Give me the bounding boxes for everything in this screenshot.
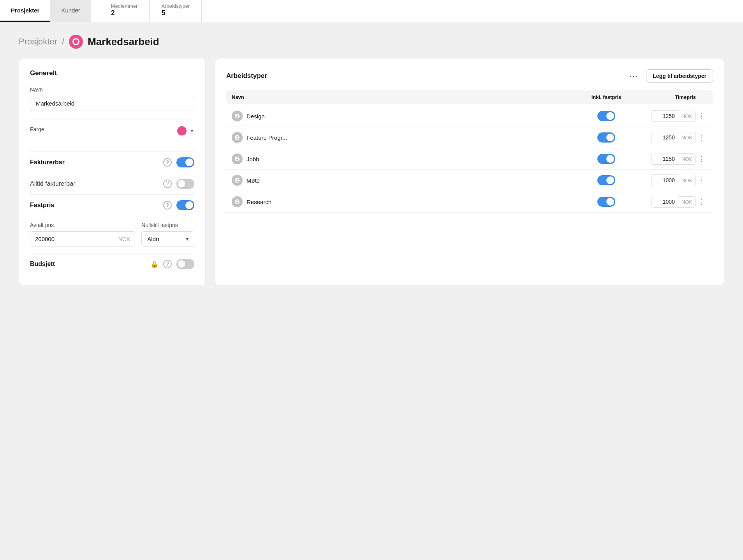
price-currency-research: NOK: [678, 196, 696, 208]
project-icon-inner: [72, 38, 79, 45]
price-cell-design: NOK: [634, 110, 696, 122]
header-actions: ··· Legg til arbeidstyper: [627, 69, 713, 83]
table-header: Navn Inkl. fastpris Timepris: [226, 90, 713, 104]
work-row-research: Research NOK ⋮: [226, 191, 713, 213]
nullstill-select-wrapper: Aldri Månedlig Ukentlig ▼: [141, 231, 194, 247]
work-row-jobb: Jobb NOK ⋮: [226, 148, 713, 170]
left-panel: Generelt Navn Farge ▼ Fakturerbar ?: [19, 58, 206, 286]
price-currency-design: NOK: [678, 111, 696, 122]
budsjett-label: Budsjett: [30, 261, 55, 268]
toggle-cell-jobb: [579, 154, 634, 164]
nullstill-group: Nullstill fastpris Aldri Månedlig Ukentl…: [141, 222, 194, 247]
work-types-list: Design NOK ⋮ Feature Progr...: [226, 106, 713, 213]
more-options-button[interactable]: ···: [627, 70, 642, 82]
color-row: Farge ▼: [30, 120, 194, 142]
work-toggle-design[interactable]: [597, 111, 615, 121]
toggle-cell-feature: [579, 132, 634, 143]
stat-group: Medlemmer 2 Arbeidstyper 5: [99, 0, 202, 22]
work-toggle-research[interactable]: [597, 197, 615, 207]
price-row: Avtalt pris NOK Nullstill fastpris Aldri…: [30, 222, 194, 247]
top-nav: Prosjekter Kunder Medlemmer 2 Arbeidstyp…: [0, 0, 743, 22]
work-name-label-jobb: Jobb: [246, 156, 259, 162]
row-more-button-feature[interactable]: ⋮: [696, 133, 708, 142]
fastpris-toggle[interactable]: [176, 200, 194, 210]
color-dot: [177, 126, 187, 136]
work-name-cell-feature: Feature Progr...: [232, 132, 579, 143]
stat-members-value: 2: [111, 9, 138, 17]
price-input-jobb[interactable]: [651, 153, 678, 165]
budsjett-toggle[interactable]: [176, 259, 194, 269]
lock-icon: 🔒: [151, 261, 158, 268]
stat-members-label: Medlemmer: [111, 3, 138, 9]
work-row-feature: Feature Progr... NOK ⋮: [226, 127, 713, 148]
color-picker-button[interactable]: ▼: [177, 126, 194, 136]
alltid-label: Alltid fakturerbar: [30, 180, 76, 187]
alltid-controls: ?: [163, 179, 194, 189]
work-name-cell-jobb: Jobb: [232, 153, 579, 164]
work-toggle-feature[interactable]: [597, 132, 615, 143]
work-toggle-jobb[interactable]: [597, 154, 615, 164]
fastpris-label: Fastpris: [30, 202, 54, 209]
main-content: Generelt Navn Farge ▼ Fakturerbar ?: [0, 58, 743, 305]
name-input[interactable]: [30, 96, 194, 111]
row-more-button-research[interactable]: ⋮: [696, 197, 708, 206]
price-cell-jobb: NOK: [634, 153, 696, 165]
budsjett-controls: 🔒 ?: [151, 259, 194, 269]
avtalt-currency: NOK: [114, 232, 135, 246]
fastpris-controls: ?: [163, 200, 194, 210]
fakturerbar-help-icon[interactable]: ?: [163, 158, 172, 167]
name-group: Navn: [30, 86, 194, 111]
add-worktype-button[interactable]: Legg til arbeidstyper: [646, 69, 713, 83]
work-type-icon-design: [232, 111, 243, 122]
breadcrumb-parent[interactable]: Prosjekter: [19, 37, 57, 47]
price-input-feature[interactable]: [651, 132, 678, 143]
chevron-down-icon: ▼: [190, 128, 194, 134]
price-input-mote[interactable]: [651, 174, 678, 186]
work-toggle-mote[interactable]: [597, 175, 615, 185]
work-type-icon-mote: [232, 175, 243, 186]
price-input-research[interactable]: [651, 196, 678, 208]
alltid-toggle[interactable]: [176, 179, 194, 189]
work-name-label-feature: Feature Progr...: [246, 134, 287, 141]
fastpris-help-icon[interactable]: ?: [163, 201, 172, 210]
price-currency-mote: NOK: [678, 175, 696, 186]
generelt-title: Generelt: [30, 69, 194, 77]
price-cell-mote: NOK: [634, 174, 696, 186]
price-cell-feature: NOK: [634, 132, 696, 143]
nullstill-select[interactable]: Aldri Månedlig Ukentlig: [141, 231, 194, 247]
fakturerbar-row: Fakturerbar ?: [30, 151, 194, 173]
toggle-cell-research: [579, 197, 634, 207]
name-label: Navn: [30, 86, 194, 93]
budsjett-help-icon[interactable]: ?: [163, 260, 172, 268]
right-panel: Arbeidstyper ··· Legg til arbeidstyper N…: [215, 58, 724, 286]
col-fastpris: Inkl. fastpris: [579, 94, 634, 100]
alltid-help-icon[interactable]: ?: [163, 180, 172, 188]
row-more-button-jobb[interactable]: ⋮: [696, 155, 708, 163]
row-more-button-mote[interactable]: ⋮: [696, 176, 708, 185]
work-type-icon-research: [232, 196, 243, 207]
stat-worktypes: Arbeidstyper 5: [150, 0, 202, 22]
stat-worktypes-label: Arbeidstyper: [161, 3, 190, 9]
avtalt-input[interactable]: [30, 232, 114, 246]
avtalt-label: Avtalt pris: [30, 222, 135, 228]
work-type-icon-jobb: [232, 153, 243, 164]
work-name-label-design: Design: [246, 113, 265, 120]
fakturerbar-toggle[interactable]: [176, 157, 194, 167]
col-navn: Navn: [232, 94, 579, 100]
breadcrumb-separator: /: [62, 37, 64, 47]
work-name-label-research: Research: [246, 199, 271, 205]
col-timepris: Timepris: [634, 94, 696, 100]
tab-kunder[interactable]: Kunder: [50, 0, 91, 22]
price-currency-feature: NOK: [678, 132, 696, 143]
row-more-button-design[interactable]: ⋮: [696, 112, 708, 120]
toggle-cell-design: [579, 111, 634, 121]
price-currency-jobb: NOK: [678, 153, 696, 165]
project-icon: [69, 35, 83, 49]
work-row-mote: Møte NOK ⋮: [226, 170, 713, 191]
fastpris-row: Fastpris ?: [30, 194, 194, 216]
color-label: Farge: [30, 126, 44, 132]
price-input-design[interactable]: [651, 110, 678, 122]
fakturerbar-controls: ?: [163, 157, 194, 167]
nullstill-label: Nullstill fastpris: [141, 222, 194, 228]
tab-prosjekter[interactable]: Prosjekter: [0, 0, 50, 22]
